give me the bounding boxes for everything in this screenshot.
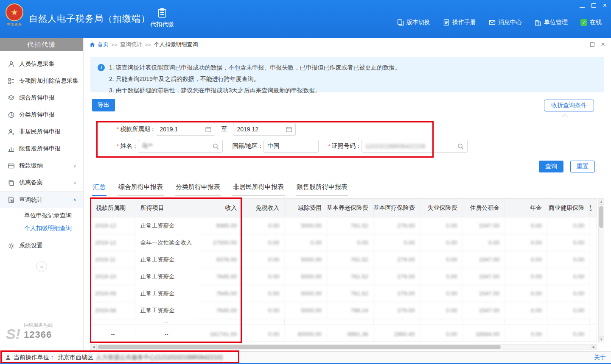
sidebar-item-personnel-info[interactable]: 人员信息采集 (0, 56, 83, 72)
name-input[interactable]: 马** (138, 140, 223, 153)
module-tab-withholding[interactable]: 代扣代缴 (143, 5, 181, 36)
table-cell: 0.00 (505, 302, 547, 319)
table-cell: 7645.00 (198, 302, 243, 319)
tab-classified-income[interactable]: 分类所得申报表 (175, 181, 221, 196)
sidebar-subitem-personal-withholding-query[interactable]: 个人扣缴明细查询 (0, 222, 83, 234)
table-cell: 0.00 (505, 268, 547, 285)
scroll-right-arrow[interactable]: ▶ (591, 345, 597, 350)
tab-comprehensive-income[interactable]: 综合所得申报表 (118, 181, 164, 196)
message-icon (489, 19, 496, 26)
about-link[interactable]: 关于 (594, 354, 606, 361)
export-button[interactable]: 导出 (92, 99, 115, 111)
restore-button[interactable] (591, 3, 596, 8)
id-number-input[interactable]: 110102199R06422109 (362, 140, 468, 153)
sidebar-item-special-deduction[interactable]: 专项附加扣除信息采集 (0, 72, 83, 89)
table-cell: 9378.00 (198, 251, 243, 268)
sidebar-item-comprehensive-income[interactable]: 综合所得申报 (0, 89, 83, 106)
scroll-left-arrow[interactable]: ◀ (91, 345, 97, 350)
sidebar-item-system-settings[interactable]: 系统设置 (0, 237, 83, 254)
table-row[interactable]: 2019-11正常工资薪金9378.000.005000.00761.52279… (91, 251, 597, 268)
column-header: 收入 (198, 199, 243, 217)
nav-manual[interactable]: 操作手册 (443, 19, 476, 26)
collapse-query-button[interactable]: 收折查询条件 (544, 100, 594, 111)
sidebar-item-restricted-shares[interactable]: 限售股所得申报 (0, 140, 83, 157)
tab-nonresident-income[interactable]: 非居民所得申报表 (232, 181, 285, 196)
table-row[interactable]: 2019-12正常工资薪金9985.000.005000.00761.52279… (91, 217, 597, 234)
table-row[interactable]: .. (91, 319, 597, 325)
nonresident-person-icon (8, 128, 15, 136)
table-row[interactable]: 2019-09正常工资薪金7645.000.005000.00761.52279… (91, 285, 597, 302)
breadcrumb-home[interactable]: 首页 (98, 41, 109, 48)
period-row: * 税款所属期： 2019.1 至 2019.12 (117, 123, 296, 136)
period-to-input[interactable]: 2019.12 (233, 123, 296, 136)
panel-close-icon[interactable]: × (601, 42, 605, 47)
column-header: 失业保险费 (420, 199, 463, 217)
table-cell: 0.00 (420, 268, 463, 285)
deduction-list-icon (8, 78, 15, 85)
nav-online-status[interactable]: ✓ 在线 (580, 19, 602, 26)
table-row[interactable]: ----161741.000.0060000.008991.362960.400… (91, 326, 597, 342)
sidebar-menu: 人员信息采集 专项附加扣除信息采集 综合所得申报 分类所得申报 非居民所得申报 … (0, 51, 83, 272)
close-button[interactable]: × (603, 3, 607, 8)
table-cell: 5000.00 (285, 217, 327, 234)
column-header: 年金 (505, 199, 547, 217)
tab-restricted-shares[interactable]: 限售股所得申报表 (296, 181, 348, 196)
nav-message-center[interactable]: 消息中心 (489, 19, 522, 26)
query-doc-icon (8, 196, 15, 203)
calendar-icon[interactable] (205, 126, 211, 132)
vertical-scrollbar[interactable]: ▲ ▼ (598, 198, 604, 342)
table-row[interactable]: 2019-10正常工资薪金7645.000.005000.00761.52279… (91, 268, 597, 285)
tab-summary[interactable]: 汇总 (92, 181, 107, 196)
horizontal-scroll-thumb[interactable] (98, 345, 501, 349)
scroll-up-arrow[interactable]: ▲ (599, 199, 604, 205)
panel-restore-icon[interactable] (590, 42, 594, 47)
version-switch-icon (397, 19, 404, 26)
nav-version-switch[interactable]: 版本切换 (397, 19, 430, 26)
nav-org-management[interactable]: 单位管理 (535, 19, 568, 26)
required-asterisk: * (117, 126, 119, 133)
sidebar-item-label: 查询统计 (19, 196, 43, 204)
sidebar-item-classified-income[interactable]: 分类所得申报 (0, 106, 83, 123)
scroll-down-arrow[interactable]: ▼ (599, 336, 604, 342)
reset-button[interactable]: 重置 (570, 161, 595, 172)
search-icon[interactable] (213, 143, 219, 150)
name-value: 马** (142, 142, 213, 150)
vertical-scroll-thumb[interactable] (599, 206, 603, 228)
calendar-icon[interactable] (286, 126, 292, 132)
table-cell: 1547.00 (462, 251, 505, 268)
table-row[interactable]: 2019-08正常工资薪金7645.000.005000.00798.24279… (91, 302, 597, 319)
sidebar-item-preferential-record[interactable]: 优惠备案 ∨ (0, 174, 83, 191)
table-cell: 0.00 (242, 251, 285, 268)
table-cell: 5000.00 (285, 251, 327, 268)
table-cell: 0.00 (420, 285, 463, 302)
sidebar-collapse-button[interactable]: « (36, 261, 47, 272)
column-header: 税款所属期 (91, 199, 135, 217)
table-row[interactable]: 2019-12全年一次性奖金收入27500.000.000.000.000.00… (91, 234, 597, 251)
table-cell: 0.00 (285, 234, 327, 251)
horizontal-scrollbar[interactable]: ◀ ▶ (90, 344, 597, 350)
sidebar-item-nonresident-income[interactable]: 非居民所得申报 (0, 123, 83, 140)
sidebar-item-label: 税款缴纳 (19, 162, 43, 169)
period-from-input[interactable]: 2019.1 (156, 123, 215, 136)
sidebar-subitem-unit-declaration-query[interactable]: 单位申报记录查询 (0, 209, 83, 222)
table-cell: 798.24 (327, 302, 374, 319)
chevron-down-icon: ∨ (73, 180, 76, 186)
table-cell: 5000.00 (285, 268, 327, 285)
minimize-button[interactable] (580, 7, 585, 8)
app-logo: ★ 中国税务 (3, 3, 26, 27)
table-cell: 0.00 (374, 234, 420, 251)
search-icon[interactable] (457, 143, 464, 150)
sidebar-item-query-statistics[interactable]: 查询统计 ∧ (0, 191, 83, 208)
table-cell (285, 319, 327, 325)
sidebar-item-tax-payment[interactable]: 税款缴纳 ∨ (0, 157, 83, 174)
window-controls: × (580, 2, 607, 9)
table-cell: 279.00 (374, 285, 420, 302)
query-button[interactable]: 查询 (539, 161, 563, 172)
table-cell (242, 319, 285, 325)
nationality-input[interactable]: 中国 (263, 140, 319, 153)
breadcrumb-item[interactable]: 查询统计 (120, 41, 142, 48)
table-cell (590, 217, 597, 234)
nav-label: 版本切换 (406, 19, 430, 26)
module-tab-label: 代扣代缴 (143, 21, 181, 28)
user-icon (5, 355, 11, 361)
